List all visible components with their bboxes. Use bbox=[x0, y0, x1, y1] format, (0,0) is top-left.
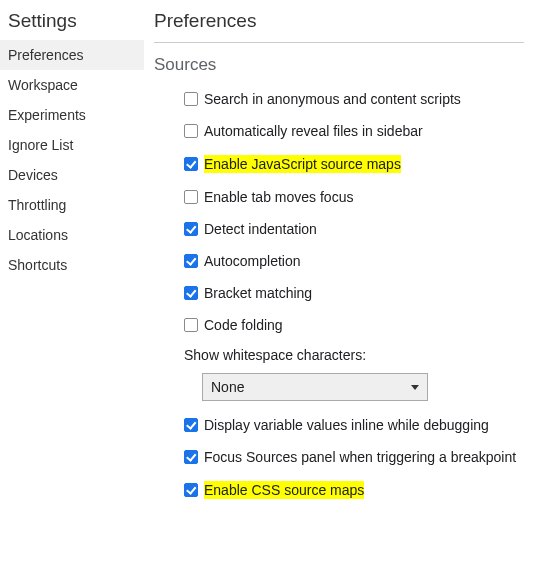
checkbox[interactable] bbox=[184, 483, 198, 497]
page-title: Preferences bbox=[154, 6, 524, 42]
option-enable-tab-moves-focus[interactable]: Enable tab moves focus bbox=[184, 181, 524, 213]
checkbox[interactable] bbox=[184, 286, 198, 300]
checkbox[interactable] bbox=[184, 254, 198, 268]
option-label: Focus Sources panel when triggering a br… bbox=[204, 449, 516, 465]
sidebar-item-ignore-list[interactable]: Ignore List bbox=[0, 130, 144, 160]
section-title-sources: Sources bbox=[154, 53, 524, 83]
option-automatically-reveal-files-in-sidebar[interactable]: Automatically reveal files in sidebar bbox=[184, 115, 524, 147]
sidebar-item-label: Devices bbox=[8, 167, 58, 183]
checkbox[interactable] bbox=[184, 450, 198, 464]
option-label: Bracket matching bbox=[204, 285, 312, 301]
option-enable-css-source-maps[interactable]: Enable CSS source maps bbox=[184, 473, 524, 507]
sidebar-item-label: Ignore List bbox=[8, 137, 73, 153]
option-code-folding[interactable]: Code folding bbox=[184, 309, 524, 341]
sidebar-item-shortcuts[interactable]: Shortcuts bbox=[0, 250, 144, 280]
option-search-in-anonymous-and-content-scripts[interactable]: Search in anonymous and content scripts bbox=[184, 83, 524, 115]
sidebar-item-throttling[interactable]: Throttling bbox=[0, 190, 144, 220]
option-label: Search in anonymous and content scripts bbox=[204, 91, 461, 107]
sidebar-item-label: Workspace bbox=[8, 77, 78, 93]
option-detect-indentation[interactable]: Detect indentation bbox=[184, 213, 524, 245]
checkbox[interactable] bbox=[184, 124, 198, 138]
checkbox[interactable] bbox=[184, 318, 198, 332]
settings-sidebar: Settings PreferencesWorkspaceExperiments… bbox=[0, 0, 144, 574]
divider bbox=[154, 42, 524, 43]
option-label: Automatically reveal files in sidebar bbox=[204, 123, 423, 139]
checkbox[interactable] bbox=[184, 418, 198, 432]
sidebar-title: Settings bbox=[0, 6, 144, 40]
sidebar-item-label: Shortcuts bbox=[8, 257, 67, 273]
chevron-down-icon bbox=[411, 385, 419, 390]
checkbox[interactable] bbox=[184, 222, 198, 236]
checkbox[interactable] bbox=[184, 92, 198, 106]
option-label: Enable JavaScript source maps bbox=[204, 155, 401, 173]
option-label: Code folding bbox=[204, 317, 283, 333]
sidebar-item-label: Experiments bbox=[8, 107, 86, 123]
sidebar-item-label: Preferences bbox=[8, 47, 83, 63]
sidebar-item-workspace[interactable]: Workspace bbox=[0, 70, 144, 100]
option-label: Display variable values inline while deb… bbox=[204, 417, 489, 433]
sidebar-item-label: Locations bbox=[8, 227, 68, 243]
option-label: Enable tab moves focus bbox=[204, 189, 353, 205]
option-enable-javascript-source-maps[interactable]: Enable JavaScript source maps bbox=[184, 147, 524, 181]
sidebar-item-label: Throttling bbox=[8, 197, 66, 213]
option-label: Enable CSS source maps bbox=[204, 481, 364, 499]
option-bracket-matching[interactable]: Bracket matching bbox=[184, 277, 524, 309]
sidebar-item-devices[interactable]: Devices bbox=[0, 160, 144, 190]
sidebar-item-preferences[interactable]: Preferences bbox=[0, 40, 144, 70]
whitespace-select[interactable]: None bbox=[202, 373, 428, 401]
checkbox[interactable] bbox=[184, 157, 198, 171]
sidebar-item-experiments[interactable]: Experiments bbox=[0, 100, 144, 130]
whitespace-label: Show whitespace characters: bbox=[184, 341, 524, 369]
whitespace-select-value: None bbox=[211, 379, 244, 395]
sidebar-item-locations[interactable]: Locations bbox=[0, 220, 144, 250]
checkbox[interactable] bbox=[184, 190, 198, 204]
option-label: Autocompletion bbox=[204, 253, 301, 269]
option-focus-sources-panel-when-triggering-a-breakpoint[interactable]: Focus Sources panel when triggering a br… bbox=[184, 441, 524, 473]
option-display-variable-values-inline-while-debugging[interactable]: Display variable values inline while deb… bbox=[184, 409, 524, 441]
preferences-panel: Preferences Sources Search in anonymous … bbox=[144, 0, 536, 574]
option-label: Detect indentation bbox=[204, 221, 317, 237]
option-autocompletion[interactable]: Autocompletion bbox=[184, 245, 524, 277]
